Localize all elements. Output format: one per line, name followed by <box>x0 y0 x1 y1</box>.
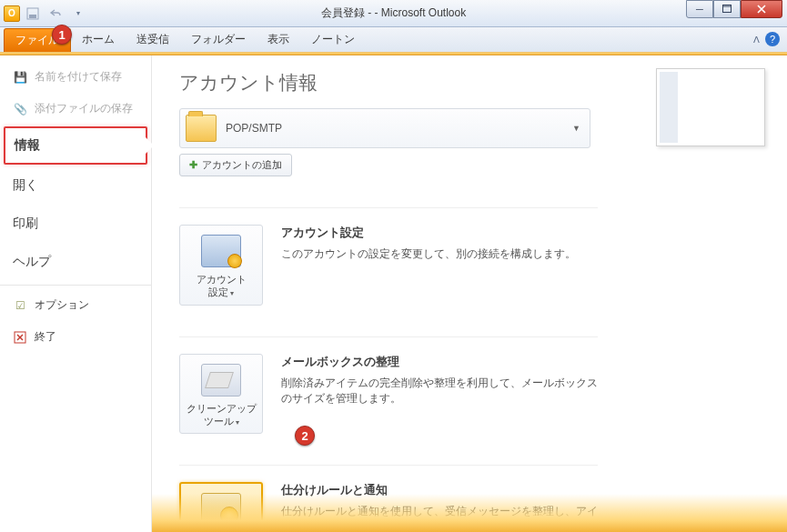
ribbon-tabs: ファイル ホーム 送受信 フォルダー 表示 ノートン ᐱ ? <box>0 27 787 53</box>
nav-save-as: 💾 名前を付けて保存 <box>0 61 151 93</box>
section-body-account-settings: アカウント設定 このアカウントの設定を変更して、別の接続を構成します。 <box>281 225 576 306</box>
account-selector[interactable]: POP/SMTP ▼ <box>179 108 590 148</box>
nav-info-label: 情報 <box>15 137 40 154</box>
backstage: 💾 名前を付けて保存 📎 添付ファイルの保存 情報 開く 印刷 ヘルプ ☑ オプ… <box>0 55 787 532</box>
section-account-settings: アカウント 設定▾ アカウント設定 このアカウントの設定を変更して、別の接続を構… <box>179 207 598 306</box>
account-type-label: POP/SMTP <box>226 122 282 135</box>
tab-norton[interactable]: ノートン <box>300 27 366 52</box>
nav-exit-label: 終了 <box>35 329 56 345</box>
section-title-cleanup: メールボックスの整理 <box>281 354 598 370</box>
account-folder-icon <box>186 115 217 142</box>
plus-icon: ✚ <box>189 159 197 171</box>
minimize-ribbon-icon[interactable]: ᐱ <box>753 35 760 45</box>
section-title-rules: 仕分けルールと通知 <box>281 482 598 498</box>
qat-undo-icon[interactable] <box>45 4 66 24</box>
nav-options-label: オプション <box>35 297 89 313</box>
minimize-button[interactable]: ─ <box>686 0 713 18</box>
section-desc-cleanup: 削除済みアイテムの完全削除や整理を利用して、メールボックスのサイズを管理します。 <box>281 376 598 407</box>
section-cleanup: クリーンアップ ツール▾ メールボックスの整理 削除済みアイテムの完全削除や整理… <box>179 336 598 435</box>
add-account-button[interactable]: ✚ アカウントの追加 <box>179 154 292 176</box>
tab-folder[interactable]: フォルダー <box>180 27 257 52</box>
attachment-icon: 📎 <box>13 102 27 116</box>
nav-save-attach-label: 添付ファイルの保存 <box>35 101 133 116</box>
maximize-button[interactable] <box>713 0 741 18</box>
nav-options[interactable]: ☑ オプション <box>0 289 151 321</box>
chevron-down-icon: ▾ <box>230 289 234 297</box>
rules-icon <box>201 493 241 526</box>
account-settings-icon <box>201 235 241 267</box>
chevron-down-icon: ▾ <box>236 418 239 427</box>
cleanup-icon <box>201 364 241 396</box>
section-rules: 仕分けルールと 通知の管理 仕分けルールと通知 仕分けルールと通知を使用して、受… <box>179 465 598 532</box>
window-controls: ─ <box>686 0 782 20</box>
add-account-label: アカウントの追加 <box>202 158 282 172</box>
tab-view[interactable]: 表示 <box>257 27 300 52</box>
nav-help-label: ヘルプ <box>13 254 51 270</box>
titlebar-left: O ▾ <box>0 4 88 24</box>
qat-save-icon[interactable] <box>23 4 43 24</box>
account-dropdown-icon[interactable]: ▼ <box>572 124 580 133</box>
tile-rules-alerts[interactable]: 仕分けルールと 通知の管理 <box>179 482 263 532</box>
nav-open[interactable]: 開く <box>0 166 151 205</box>
nav-separator <box>0 285 151 286</box>
ribbon-right: ᐱ ? <box>753 32 780 46</box>
options-icon: ☑ <box>13 298 27 313</box>
exit-icon <box>13 330 27 345</box>
tile-account-settings[interactable]: アカウント 設定▾ <box>179 225 263 306</box>
qat-customize-icon[interactable]: ▾ <box>68 4 88 24</box>
backstage-leftnav: 💾 名前を付けて保存 📎 添付ファイルの保存 情報 開く 印刷 ヘルプ ☑ オプ… <box>0 55 152 532</box>
nav-open-label: 開く <box>13 177 38 194</box>
nav-info[interactable]: 情報 <box>4 126 147 165</box>
window-title: 会員登録 - - Microsoft Outlook <box>321 5 466 21</box>
section-desc-rules: 仕分けルールと通知を使用して、受信メッセージを整理し、アイテムが追加、変更、また… <box>281 504 598 532</box>
callout-2: 2 <box>295 426 315 446</box>
section-title-account-settings: アカウント設定 <box>281 225 576 241</box>
tile-cleanup-label: クリーンアップ ツール▾ <box>184 402 258 428</box>
section-body-cleanup: メールボックスの整理 削除済みアイテムの完全削除や整理を利用して、メールボックス… <box>281 354 598 435</box>
nav-save-attachments: 📎 添付ファイルの保存 <box>0 93 151 125</box>
titlebar: O ▾ 会員登録 - - Microsoft Outlook ─ <box>0 0 787 27</box>
nav-print-label: 印刷 <box>13 216 38 232</box>
tile-cleanup-tools[interactable]: クリーンアップ ツール▾ <box>179 354 263 435</box>
section-desc-account-settings: このアカウントの設定を変更して、別の接続を構成します。 <box>281 246 576 262</box>
tab-home[interactable]: ホーム <box>71 27 126 52</box>
section-body-rules: 仕分けルールと通知 仕分けルールと通知を使用して、受信メッセージを整理し、アイテ… <box>281 482 598 532</box>
nav-help[interactable]: ヘルプ <box>0 243 151 281</box>
tab-sendrecv[interactable]: 送受信 <box>126 27 180 52</box>
preview-thumbnail <box>656 68 765 146</box>
callout-1: 1 <box>52 25 72 45</box>
preview-thumbnail-inner <box>660 72 762 143</box>
save-icon: 💾 <box>13 70 27 85</box>
tile-account-settings-label: アカウント 設定▾ <box>184 273 258 299</box>
help-icon[interactable]: ? <box>765 32 780 46</box>
svg-rect-1 <box>29 15 36 18</box>
outlook-icon[interactable]: O <box>4 5 20 22</box>
close-button[interactable] <box>741 0 782 18</box>
nav-exit[interactable]: 終了 <box>0 321 151 353</box>
backstage-main: アカウント情報 POP/SMTP ▼ ✚ アカウントの追加 アカウント 設定▾ … <box>152 55 787 532</box>
nav-save-as-label: 名前を付けて保存 <box>35 69 122 85</box>
nav-print[interactable]: 印刷 <box>0 205 151 243</box>
